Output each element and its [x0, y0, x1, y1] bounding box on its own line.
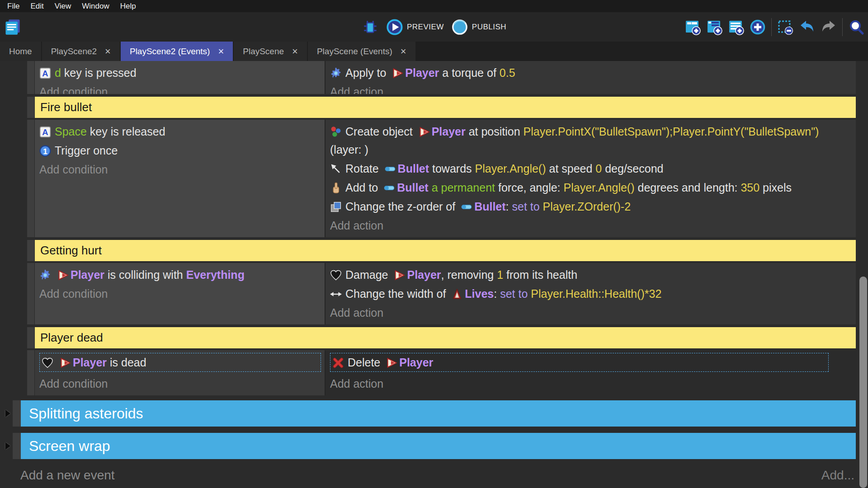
group-fold-arrow-icon[interactable]: [5, 410, 10, 417]
text-segment: from its health: [503, 268, 577, 281]
keyboard-icon: A: [39, 67, 51, 79]
tab-home[interactable]: Home: [0, 42, 41, 61]
add-event-icon[interactable]: [684, 19, 701, 35]
bullet-icon: [385, 164, 396, 174]
tab-playscene2-events[interactable]: PlayScene2 (Events)×: [121, 42, 233, 61]
remove-event-icon[interactable]: [777, 19, 793, 35]
event-drag-handle[interactable]: [27, 263, 35, 324]
debug-button[interactable]: [362, 19, 379, 36]
gdevelop-logo-icon[interactable]: [4, 18, 22, 36]
svg-text:A: A: [42, 69, 48, 78]
text-segment: :: [494, 287, 500, 300]
text-segment: Apply to: [345, 66, 389, 79]
tab-close-icon[interactable]: ×: [218, 47, 224, 56]
add-condition-button[interactable]: Add condition: [39, 375, 321, 393]
action-instruction[interactable]: Rotate Bullet towards Player.Angle() at …: [330, 160, 829, 178]
group-title[interactable]: Splitting asteroids: [21, 400, 856, 427]
text-segment: deg/second: [602, 162, 663, 175]
preview-play-icon: [386, 19, 403, 36]
event-drag-handle[interactable]: [27, 327, 35, 348]
add-action-button[interactable]: Add action: [330, 83, 829, 94]
condition-instruction[interactable]: Player is colliding with Everything: [39, 266, 321, 284]
add-condition-button[interactable]: Add condition: [39, 160, 321, 178]
event-drag-handle[interactable]: [27, 97, 35, 118]
add-condition-button[interactable]: Add condition: [39, 285, 321, 303]
action-instruction[interactable]: Delete Player: [330, 353, 829, 372]
add-action-button[interactable]: Add action: [330, 216, 829, 235]
add-condition-button[interactable]: Add condition: [39, 83, 321, 94]
tab-playscene-events[interactable]: PlayScene (Events)×: [308, 42, 415, 61]
comment-text[interactable]: Getting hurt: [35, 240, 856, 261]
preview-button[interactable]: PREVIEW: [386, 19, 444, 36]
text-segment: Rotate: [345, 162, 382, 175]
event-drag-handle[interactable]: [13, 400, 21, 427]
comment-text[interactable]: Player dead: [35, 327, 856, 348]
tab-close-icon[interactable]: ×: [401, 47, 406, 56]
menu-item-view[interactable]: View: [49, 0, 77, 12]
event-drag-handle[interactable]: [27, 61, 35, 94]
width-icon: [330, 288, 342, 300]
add-new-icon[interactable]: [750, 19, 766, 35]
delete-icon: [332, 357, 344, 369]
preview-label: PREVIEW: [407, 23, 444, 32]
menu-item-edit[interactable]: Edit: [25, 0, 49, 12]
tab-playscene2[interactable]: PlayScene2×: [42, 42, 120, 61]
redo-icon[interactable]: [821, 19, 837, 35]
rotate-icon: [330, 163, 342, 175]
tab-playscene[interactable]: PlayScene×: [234, 42, 307, 61]
add-new-event-button[interactable]: Add a new event: [20, 468, 115, 483]
event-row: Player is colliding with EverythingAdd c…: [27, 263, 856, 324]
tab-label: PlayScene2 (Events): [130, 47, 210, 56]
toolbar-separator: [771, 18, 772, 36]
event-drag-handle[interactable]: [13, 433, 21, 459]
event-drag-handle[interactable]: [27, 120, 35, 237]
add-comment-icon[interactable]: [728, 19, 744, 35]
add-button[interactable]: Add...: [821, 468, 854, 483]
add-subevent-icon[interactable]: [706, 19, 722, 35]
tab-label: PlayScene (Events): [317, 47, 392, 56]
actions-cell: Create object Player at position Player.…: [326, 120, 856, 237]
condition-instruction[interactable]: Player is dead: [39, 353, 321, 372]
condition-instruction[interactable]: ASpace key is released: [39, 122, 321, 141]
condition-instruction[interactable]: 1Trigger once: [39, 141, 321, 160]
text-segment: pixels: [760, 181, 792, 194]
action-instruction[interactable]: Create object Player at position Player.…: [330, 122, 829, 159]
group-fold-arrow-icon[interactable]: [5, 442, 10, 450]
tab-close-icon[interactable]: ×: [105, 47, 111, 56]
tab-close-icon[interactable]: ×: [292, 47, 298, 56]
add-action-button[interactable]: Add action: [330, 375, 829, 393]
comment-text[interactable]: Fire bullet: [35, 97, 856, 118]
condition-instruction[interactable]: Ad key is pressed: [39, 64, 321, 82]
action-instruction[interactable]: Change the z-order of Bullet: set to Pla…: [330, 197, 829, 216]
action-instruction[interactable]: Damage Player, removing 1 from its healt…: [330, 266, 829, 284]
text-segment: set to: [512, 200, 543, 213]
text-segment: Bullet: [474, 200, 505, 213]
action-instruction[interactable]: Add to Bullet a permanent force, angle: …: [330, 178, 829, 197]
actions-cell: Apply to Player a torque of 0.5Add actio…: [326, 61, 856, 94]
undo-icon[interactable]: [799, 19, 815, 35]
menu-item-file[interactable]: File: [2, 0, 25, 12]
text-segment: Add to: [345, 181, 381, 194]
player-icon: [60, 357, 71, 368]
keyboard-icon: A: [39, 126, 51, 138]
add-action-button[interactable]: Add action: [330, 304, 829, 322]
svg-text:1: 1: [43, 147, 47, 156]
search-icon[interactable]: [848, 19, 864, 35]
action-instruction[interactable]: Change the width of Lives: set to Player…: [330, 285, 829, 303]
toolbar-right: [684, 18, 864, 36]
bullet-icon: [461, 202, 472, 212]
group-title[interactable]: Screen wrap: [21, 433, 856, 459]
action-instruction[interactable]: Apply to Player a torque of 0.5: [330, 64, 829, 82]
text-segment: key is released: [87, 125, 165, 138]
text-segment: Trigger once: [55, 144, 118, 157]
event-drag-handle[interactable]: [27, 240, 35, 261]
publish-button[interactable]: PUBLISH: [451, 19, 506, 36]
publish-label: PUBLISH: [472, 23, 506, 32]
trigger-once-icon: 1: [39, 145, 51, 157]
actions-cell: Delete PlayerAdd action: [326, 350, 856, 395]
menu-item-help[interactable]: Help: [115, 0, 142, 12]
scrollbar-thumb[interactable]: [859, 277, 867, 488]
menu-item-window[interactable]: Window: [76, 0, 114, 12]
text-segment: 0: [595, 162, 602, 175]
event-drag-handle[interactable]: [27, 350, 35, 395]
